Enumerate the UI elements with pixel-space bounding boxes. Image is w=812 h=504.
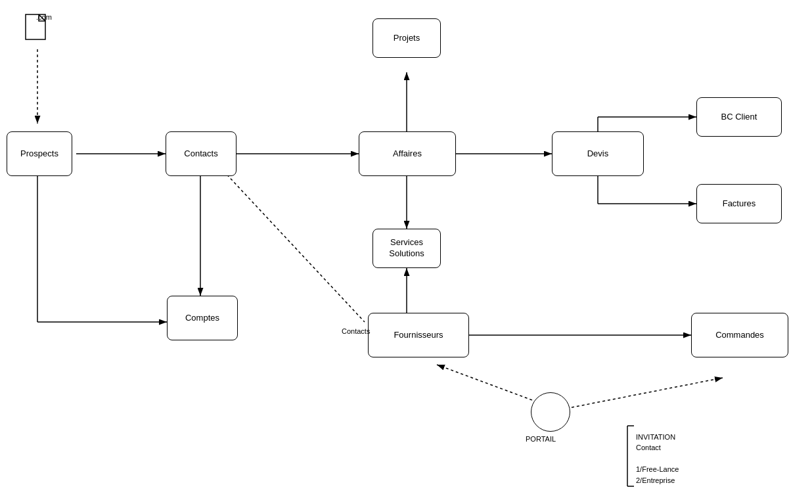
comptes-label: Comptes [185, 313, 219, 324]
diagram-canvas: .com Prospects Contacts Comptes Projets … [0, 0, 812, 504]
prospects-box: Prospects [7, 131, 72, 176]
contacts-label: Contacts [184, 149, 217, 160]
invitation-label: INVITATION Contact 1/Free-Lance 2/Entrep… [636, 433, 679, 484]
fournisseurs-box: Fournisseurs [368, 313, 469, 357]
contacts-box: Contacts [166, 131, 237, 176]
devis-box: Devis [552, 131, 644, 176]
factures-box: Factures [696, 184, 782, 223]
commandes-label: Commandes [715, 330, 764, 341]
svg-line-17 [223, 171, 365, 322]
services-solutions-label: Services Solutions [389, 237, 424, 260]
commandes-box: Commandes [691, 313, 788, 357]
affaires-box: Affaires [359, 131, 456, 176]
portail-circle [531, 392, 570, 432]
fournisseurs-label: Fournisseurs [394, 330, 443, 341]
portail-label: PORTAIL [526, 435, 556, 443]
svg-line-19 [572, 378, 723, 407]
contacts-fournisseurs-label: Contacts [342, 327, 370, 335]
bc-client-label: BC Client [721, 112, 757, 123]
projets-box: Projets [372, 18, 441, 58]
devis-label: Devis [587, 149, 609, 160]
affaires-label: Affaires [393, 149, 422, 160]
prospects-label: Prospects [20, 149, 58, 160]
com-label: .com [36, 13, 52, 21]
services-solutions-box: Services Solutions [372, 229, 441, 268]
projets-label: Projets [394, 33, 420, 44]
bc-client-box: BC Client [696, 97, 782, 137]
comptes-box: Comptes [167, 296, 238, 340]
invitation-note: INVITATION Contact 1/Free-Lance 2/Entrep… [636, 421, 679, 486]
factures-label: Factures [723, 198, 756, 210]
